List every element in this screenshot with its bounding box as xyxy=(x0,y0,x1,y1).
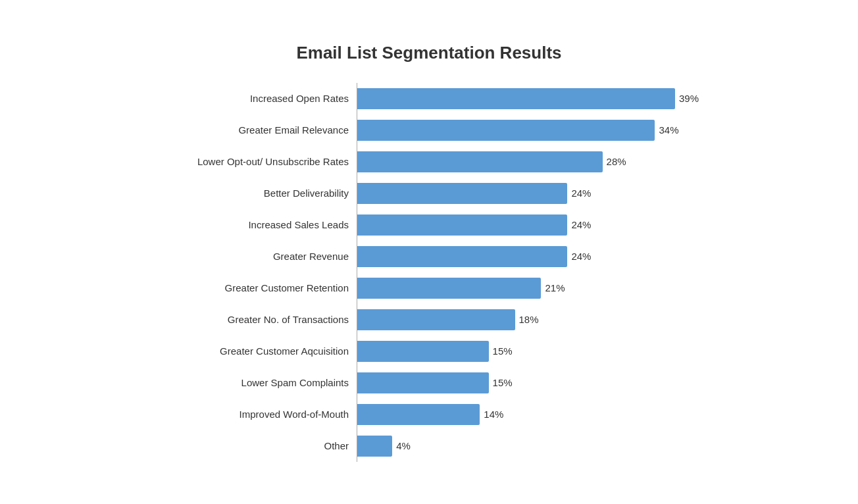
bar-row: Greater Email Relevance34% xyxy=(159,114,699,146)
bar-label: Greater Email Relevance xyxy=(159,124,357,136)
chart-container: Email List Segmentation Results Increase… xyxy=(146,23,712,482)
bar-label: Greater Customer Aqcuisition xyxy=(159,345,357,357)
bar-fill xyxy=(357,120,655,141)
bar-row: Greater Customer Retention21% xyxy=(159,272,699,304)
bar-label: Better Deliverability xyxy=(159,188,357,199)
bar-value: 24% xyxy=(571,188,591,199)
bar-value: 34% xyxy=(659,124,678,136)
bar-fill xyxy=(357,404,480,425)
bar-track: 14% xyxy=(357,399,699,430)
chart-area: Increased Open Rates39%Greater Email Rel… xyxy=(159,83,699,462)
bar-value: 18% xyxy=(519,314,539,325)
bar-value: 28% xyxy=(607,156,626,167)
bar-track: 24% xyxy=(357,241,699,272)
bar-value: 15% xyxy=(493,377,513,388)
bar-fill xyxy=(357,214,567,236)
bar-track: 15% xyxy=(357,367,699,399)
bar-track: 21% xyxy=(357,272,699,304)
bar-fill xyxy=(357,309,515,330)
bar-fill xyxy=(357,88,675,109)
bar-label: Greater Revenue xyxy=(159,251,357,262)
bar-row: Increased Open Rates39% xyxy=(159,83,699,114)
bar-label: Improved Word-of-Mouth xyxy=(159,409,357,420)
bar-track: 28% xyxy=(357,146,699,178)
bar-value: 24% xyxy=(571,251,591,262)
bar-fill xyxy=(357,246,567,267)
bar-fill xyxy=(357,341,489,362)
bar-row: Other4% xyxy=(159,430,699,462)
bar-value: 4% xyxy=(396,440,411,451)
bar-label: Increased Sales Leads xyxy=(159,219,357,230)
bar-value: 24% xyxy=(571,219,591,230)
bar-row: Greater Revenue24% xyxy=(159,241,699,272)
bar-track: 4% xyxy=(357,430,699,462)
bar-label: Other xyxy=(159,440,357,451)
bar-row: Greater No. of Transactions18% xyxy=(159,304,699,336)
bar-row: Greater Customer Aqcuisition15% xyxy=(159,336,699,367)
bar-track: 24% xyxy=(357,178,699,209)
chart-title: Email List Segmentation Results xyxy=(159,43,699,63)
bar-fill xyxy=(357,183,567,204)
bar-value: 15% xyxy=(493,345,513,357)
bar-value: 14% xyxy=(484,409,503,420)
bar-label: Lower Spam Complaints xyxy=(159,377,357,388)
bar-label: Increased Open Rates xyxy=(159,93,357,104)
bar-track: 34% xyxy=(357,114,699,146)
bar-label: Greater No. of Transactions xyxy=(159,314,357,325)
bar-row: Lower Spam Complaints15% xyxy=(159,367,699,399)
bar-fill xyxy=(357,278,541,299)
bar-track: 39% xyxy=(357,83,699,114)
bar-row: Better Deliverability24% xyxy=(159,178,699,209)
bar-track: 24% xyxy=(357,209,699,241)
bar-fill xyxy=(357,372,489,393)
bar-label: Greater Customer Retention xyxy=(159,282,357,293)
bar-track: 15% xyxy=(357,336,699,367)
bar-fill xyxy=(357,436,392,457)
bar-label: Lower Opt-out/ Unsubscribe Rates xyxy=(159,156,357,167)
bar-row: Improved Word-of-Mouth14% xyxy=(159,399,699,430)
bar-fill xyxy=(357,151,603,172)
bar-row: Increased Sales Leads24% xyxy=(159,209,699,241)
bar-value: 39% xyxy=(679,93,699,104)
bar-track: 18% xyxy=(357,304,699,336)
bar-row: Lower Opt-out/ Unsubscribe Rates28% xyxy=(159,146,699,178)
bar-value: 21% xyxy=(545,282,565,293)
